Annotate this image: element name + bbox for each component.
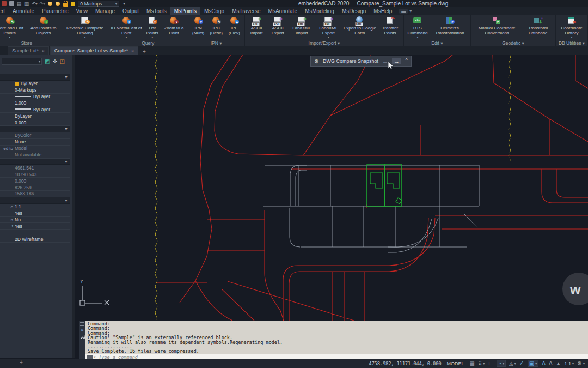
model-space-button[interactable]: MODEL	[444, 361, 466, 366]
ribbon-group-label[interactable]: IPN ▾	[188, 40, 244, 46]
palette-property-row[interactable]: 4661.541	[0, 165, 70, 171]
ribbon-group-label[interactable]: DB Utilities ▾	[556, 40, 587, 46]
list-points-button[interactable]: ●List Points▾	[143, 16, 161, 39]
palette-property-row[interactable]: 1588.186	[0, 191, 70, 197]
palette-property-row[interactable]: 0-Markups	[0, 87, 70, 94]
bulb2-icon[interactable]	[55, 1, 60, 7]
menu-tab-insert[interactable]: Insert	[0, 7, 9, 15]
new-layout-icon[interactable]: +	[20, 359, 23, 365]
ribbon-options-icon[interactable]: ▬▾	[399, 7, 412, 15]
palette-section-header[interactable]: ▼	[0, 197, 70, 204]
command-grip-handle[interactable]	[80, 322, 84, 326]
print-icon[interactable]: ▥	[24, 1, 29, 7]
file-tab[interactable]: Compare_Sample Lot vs Sample*×	[50, 46, 138, 55]
annotation-visibility-icon[interactable]: A	[542, 360, 546, 366]
palette-property-row[interactable]: e1:1	[0, 204, 70, 210]
ascii-export-button[interactable]: ➜ASCASCII Export	[267, 16, 289, 37]
menu-tab-mstools[interactable]: MsTools	[143, 7, 170, 15]
menu-tab-mscogo[interactable]: MsCogo	[200, 7, 228, 15]
manual-coordinate-conversions-button[interactable]: ⇄Manual Coordinate Conversions	[472, 16, 522, 37]
menu-tab-mstraverse[interactable]: MsTraverse	[228, 7, 264, 15]
landxml-export-button[interactable]: ➜XMLLandXML Export▾	[315, 16, 342, 39]
zoom-to-point-button[interactable]: ∨Zoom to a Point	[161, 16, 187, 37]
palette-property-row[interactable]: ByLayer	[0, 106, 70, 113]
command-wrench-icon[interactable]	[80, 335, 85, 340]
osnap-tracking-icon[interactable]: ∠	[519, 360, 524, 366]
select-objects-icon[interactable]: ✛	[52, 58, 57, 65]
rts-command-button[interactable]: </>RTS Command▾	[405, 16, 430, 39]
palette-property-row[interactable]: ed toModel	[0, 146, 70, 152]
palette-property-row[interactable]	[0, 230, 70, 236]
menu-tab-output[interactable]: Output	[119, 7, 143, 15]
qat-customize-icon[interactable]: ▾	[121, 1, 127, 7]
palette-section-header[interactable]: ▼	[0, 126, 70, 132]
unlock-icon[interactable]	[63, 1, 68, 7]
compare-close-icon[interactable]: ×	[405, 56, 408, 62]
menu-tab-msmodeling[interactable]: MsModeling	[301, 7, 338, 15]
file-tab-close-icon[interactable]: ×	[42, 49, 45, 53]
id-point-button[interactable]: iID North/East of Point▾	[109, 16, 143, 39]
menu-tab-mspoints[interactable]: MsPoints	[170, 7, 200, 15]
compare-settings-gear-icon[interactable]: ⚙	[314, 58, 319, 64]
menu-tab-view[interactable]: View	[72, 7, 91, 15]
command-close-icon[interactable]: ×	[81, 328, 84, 333]
store-edit-points-button[interactable]: ✎Store and Edit Points▾	[0, 16, 26, 39]
palette-property-row[interactable]: 0.000	[0, 119, 70, 126]
polar-tracking-icon[interactable]: ◔▾	[497, 360, 506, 367]
palette-property-row[interactable]: 0.000	[0, 178, 70, 184]
coordinate-history-button[interactable]: ⚑Coordinate History▾	[557, 16, 586, 39]
palette-section-header[interactable]: ▼	[0, 159, 70, 165]
transfer-points-button[interactable]: ↷Transfer Points	[378, 16, 402, 37]
settings-gear-icon[interactable]: ⚙▾	[577, 360, 585, 366]
ipn-num-button[interactable]: #IPN (Num)	[189, 16, 207, 37]
app-menu-icon[interactable]	[1, 1, 7, 7]
ribbon-group-label[interactable]: Edit ▾	[404, 40, 470, 46]
undo-icon[interactable]: ↶▾	[32, 1, 38, 7]
palette-property-row[interactable]: 2D Wireframe	[0, 236, 70, 243]
ribbon-group-label[interactable]: Geodetic ▾	[471, 40, 555, 46]
redo-icon[interactable]: ↷▾	[40, 1, 46, 7]
palette-property-row[interactable]: nNo	[0, 217, 70, 224]
add-points-button[interactable]: +Add Points to Objects	[26, 16, 60, 37]
menu-tab-parametric[interactable]: Parametric	[38, 7, 72, 15]
palette-property-row[interactable]: Not available	[0, 152, 70, 159]
new-drawing-tab-icon[interactable]: +	[143, 49, 146, 55]
menu-tab-annotate[interactable]: Annotate	[9, 7, 38, 15]
toggle-pickadd-icon[interactable]: ◩	[45, 58, 50, 65]
menu-tab-msdesign[interactable]: MsDesign	[338, 7, 370, 15]
ipd-desc-button[interactable]: ✎IPD (Desc)	[207, 16, 225, 37]
object-type-dropdown[interactable]: ▾	[2, 58, 42, 65]
plot-icon[interactable]: ▤	[16, 1, 22, 7]
landxml-import-button[interactable]: ➜XMLLandXML Import	[289, 16, 315, 37]
command-history[interactable]: Command:Command:Command:Caution! "Sample…	[85, 321, 588, 354]
menu-tab-manage[interactable]: Manage	[91, 7, 119, 15]
file-tab[interactable]: Sample Lot*×	[8, 46, 49, 55]
rescale-drawing-button[interactable]: ✎Re-scale Complete Drawing▾	[63, 16, 107, 39]
palette-property-row[interactable]: ByColor	[0, 132, 70, 139]
snap-icon[interactable]: ⠿▾	[478, 360, 485, 366]
bulb-icon[interactable]	[47, 1, 53, 7]
palette-property-row[interactable]: Yes	[0, 210, 70, 217]
ortho-icon[interactable]: ∟	[488, 360, 493, 366]
grid-icon[interactable]: ▦	[469, 360, 474, 366]
layer-dropdown[interactable]: 0-Markups▾	[78, 1, 119, 7]
isodraft-icon[interactable]: ◬▾	[509, 360, 516, 366]
palette-property-row[interactable]: ByLayer	[0, 94, 70, 100]
menu-tab-mshelp[interactable]: MsHelp	[370, 7, 396, 15]
palette-property-row[interactable]: 1.000	[0, 100, 70, 107]
ipe-elev-button[interactable]: ▲IPE (Elev)	[225, 16, 243, 37]
quick-select-icon[interactable]: ◰	[60, 58, 65, 65]
palette-property-row[interactable]: tYes	[0, 223, 70, 230]
ribbon-group-label[interactable]: Import/Export ▾	[245, 40, 403, 46]
transform-database-button[interactable]: ⬇↑Transform Database	[522, 16, 554, 37]
annotation-autoscale-icon[interactable]: A	[549, 360, 553, 366]
palette-property-row[interactable]: 826.259	[0, 184, 70, 191]
ascii-import-button[interactable]: ➜ASCASCII Import	[246, 16, 267, 37]
google-earth-button[interactable]: KMLExport to Google Earth	[342, 16, 378, 37]
helmert-transformation-button[interactable]: #Helmert's Transformation	[430, 16, 469, 37]
file-tab-close-icon[interactable]: ×	[131, 49, 134, 53]
annotation-scale-value[interactable]: 1:1▾	[564, 361, 574, 366]
palette-property-row[interactable]: ByLayer	[0, 81, 70, 87]
palette-property-row[interactable]: None	[0, 139, 70, 146]
annotation-scale-icon[interactable]: ▲	[556, 360, 561, 366]
